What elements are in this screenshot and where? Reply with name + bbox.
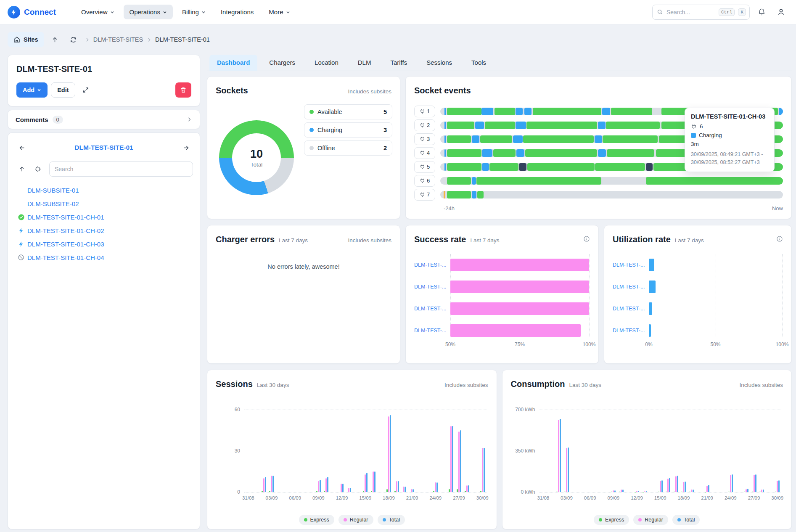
delete-button[interactable] — [175, 82, 191, 98]
timeline-segment — [602, 108, 611, 115]
breadcrumb-item-parent[interactable]: DLM-TEST-SITES — [93, 36, 143, 43]
legend-chip-regular[interactable]: Regular — [338, 515, 373, 525]
legend-row-charging[interactable]: Charging 3 — [304, 122, 392, 138]
bar-regular — [691, 490, 692, 492]
row-label[interactable]: DLM-TEST-... — [613, 306, 645, 312]
tab-location[interactable]: Location — [307, 55, 346, 71]
row-label[interactable]: DLM-TEST-... — [613, 328, 645, 333]
day-bar-group — [424, 410, 432, 492]
day-bar-group — [711, 410, 719, 492]
socket-label-pill[interactable]: 4 — [414, 147, 435, 159]
nav-item-billing[interactable]: Billing — [176, 5, 212, 19]
edit-button[interactable]: Edit — [51, 82, 75, 98]
tree-prev-button[interactable] — [15, 140, 29, 155]
socket-label-pill[interactable]: 5 — [414, 161, 435, 173]
tree-item-subsite-02[interactable]: DLM-SUBSITE-02 — [15, 197, 193, 210]
comments-row[interactable]: Comments 0 — [8, 110, 200, 129]
bar-total — [374, 471, 376, 492]
tab-tariffs[interactable]: Tariffs — [383, 55, 415, 71]
refresh-button[interactable] — [66, 32, 81, 47]
legend-row-available[interactable]: Available 5 — [304, 104, 392, 119]
tab-dlm[interactable]: DLM — [350, 55, 379, 71]
navigate-up-button[interactable] — [48, 32, 63, 47]
x-tick-label: 24/09 — [429, 495, 442, 500]
day-bar-group — [688, 410, 696, 492]
includes-subsites-label: Includes subsites — [739, 382, 783, 388]
bar-regular — [318, 481, 319, 492]
row-label[interactable]: DLM-TEST-... — [414, 262, 447, 268]
socket-number: 5 — [427, 164, 430, 170]
day-bar-group — [439, 410, 447, 492]
legend-chip-express[interactable]: Express — [594, 515, 629, 525]
bar-total — [732, 474, 733, 492]
search-input[interactable] — [666, 9, 715, 16]
sockets-donut[interactable]: 10 Total — [219, 120, 294, 195]
day-bar-group — [602, 410, 610, 492]
tree-next-button[interactable] — [179, 140, 193, 155]
tree-up-level-button[interactable] — [15, 162, 29, 176]
tab-tools[interactable]: Tools — [464, 55, 494, 71]
bar-express — [433, 491, 434, 492]
tree-locate-button[interactable] — [31, 162, 45, 176]
expand-button[interactable] — [79, 83, 93, 97]
sites-root-button[interactable]: Sites — [8, 32, 44, 47]
tab-chargers[interactable]: Chargers — [262, 55, 303, 71]
row-label[interactable]: DLM-TEST-... — [414, 284, 447, 290]
nav-item-integrations[interactable]: Integrations — [215, 5, 259, 19]
add-button[interactable]: Add — [16, 82, 48, 98]
tree-item-ch-02[interactable]: DLM-TEST-SITE-01-CH-02 — [15, 224, 193, 237]
sessions-chart[interactable]: 60 30 0 31/0803/0906/0909/0912/0915/0918… — [216, 410, 487, 492]
tree-current-site-link[interactable]: DLM-TEST-SITE-01 — [29, 144, 179, 151]
bar-express — [394, 491, 396, 492]
trash-icon — [180, 87, 187, 93]
legend-chip-regular[interactable]: Regular — [633, 515, 668, 525]
timeline-segment — [482, 163, 489, 171]
tree-item-subsite-01[interactable]: DLM-SUBSITE-01 — [15, 183, 193, 197]
info-icon[interactable] — [776, 236, 783, 242]
user-menu-button[interactable] — [773, 5, 788, 20]
tree-item-ch-01[interactable]: DLM-TEST-SITE-01-CH-01 — [15, 210, 193, 224]
brand-logo-icon — [8, 6, 20, 19]
socket-timeline-track[interactable] — [440, 191, 783, 199]
nav-item-overview[interactable]: Overview — [75, 5, 120, 19]
nav-item-operations[interactable]: Operations — [124, 5, 173, 19]
legend-row-offline[interactable]: Offline 2 — [304, 140, 392, 156]
charging-bolt-icon — [15, 241, 27, 247]
socket-timeline-track[interactable] — [440, 177, 783, 185]
socket-label-pill[interactable]: 1 — [414, 106, 435, 117]
x-tick-label: 75% — [515, 341, 525, 347]
bar-total — [272, 476, 274, 492]
tree-item-ch-04[interactable]: DLM-TEST-SITE-01-CH-04 — [15, 251, 193, 264]
consumption-legend: Express Regular Total — [502, 515, 792, 525]
nav-item-more[interactable]: More — [263, 5, 296, 19]
global-search[interactable]: Ctrl K — [652, 5, 750, 20]
utilization-rate-chart[interactable]: DLM-TEST-... DLM-TEST-... DLM-TEST-... D… — [613, 251, 782, 351]
sockets-card: Sockets Includes subsites 10 Total Avail… — [207, 76, 400, 219]
user-icon — [777, 8, 785, 16]
socket-label-pill[interactable]: 2 — [414, 119, 435, 131]
legend-chip-total[interactable]: Total — [672, 515, 700, 525]
tree-item-ch-03[interactable]: DLM-TEST-SITE-01-CH-03 — [15, 237, 193, 251]
success-rate-chart[interactable]: DLM-TEST-... DLM-TEST-... DLM-TEST-... D… — [414, 251, 589, 351]
socket-label-pill[interactable]: 3 — [414, 133, 435, 145]
consumption-chart[interactable]: 700 kWh 350 kWh 0 kWh 31/0803/0906/0909/… — [511, 410, 782, 492]
socket-label-pill[interactable]: 7 — [414, 189, 435, 201]
info-icon[interactable] — [583, 236, 590, 242]
tab-dashboard[interactable]: Dashboard — [209, 55, 257, 71]
tab-sessions[interactable]: Sessions — [419, 55, 460, 71]
legend-chip-express[interactable]: Express — [299, 515, 334, 525]
tree-search-input[interactable] — [49, 161, 193, 177]
legend-chip-total[interactable]: Total — [378, 515, 405, 525]
row-label[interactable]: DLM-TEST-... — [613, 284, 645, 290]
row-label[interactable]: DLM-TEST-... — [613, 262, 645, 268]
includes-subsites-label: Includes subsites — [348, 88, 391, 95]
tree-item-label: DLM-TEST-SITE-01-CH-02 — [27, 227, 104, 234]
socket-label-pill[interactable]: 6 — [414, 175, 435, 187]
row-label[interactable]: DLM-TEST-... — [414, 328, 447, 333]
day-bar-group — [330, 410, 338, 492]
sockets-title: Sockets — [216, 86, 248, 95]
x-tick-label: 21/09 — [701, 495, 713, 500]
brand[interactable]: Connect — [8, 6, 56, 19]
notifications-button[interactable] — [754, 5, 769, 20]
row-label[interactable]: DLM-TEST-... — [414, 306, 447, 312]
